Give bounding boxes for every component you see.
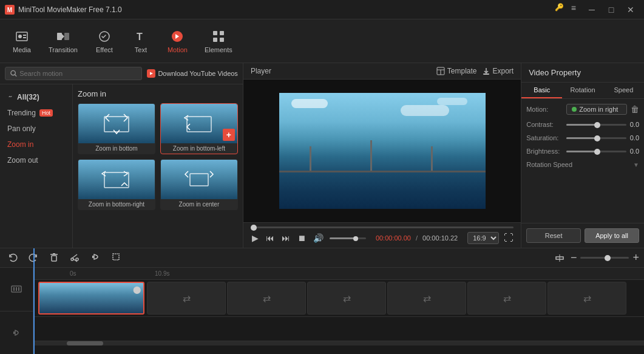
media-label: Media: [13, 46, 31, 53]
svg-text:T: T: [137, 32, 143, 42]
time-marker-10: 10.9s: [155, 270, 169, 277]
content-area: Zoom in: [73, 84, 243, 248]
saturation-track[interactable]: [566, 137, 626, 139]
crop-button[interactable]: [108, 249, 124, 267]
volume-slider[interactable]: [330, 237, 366, 239]
zoom-in-button[interactable]: +: [632, 251, 639, 264]
toolbar-effect[interactable]: Effect: [87, 26, 121, 57]
svg-rect-34: [113, 254, 119, 260]
contrast-thumb[interactable]: [594, 122, 600, 128]
toolbar-media[interactable]: Media: [5, 26, 39, 57]
title-bar: M MiniTool MovieMaker Free 7.1.0 🔑 ≡ ─ □…: [0, 0, 644, 19]
toolbar-elements[interactable]: Elements: [197, 26, 240, 57]
playhead: [33, 268, 35, 354]
contrast-slider[interactable]: [566, 124, 626, 126]
toolbar-text[interactable]: T Text: [124, 26, 158, 57]
next-frame-button[interactable]: ⏭: [280, 232, 291, 244]
brightness-slider[interactable]: [566, 151, 626, 152]
delete-motion-button[interactable]: 🗑: [631, 104, 639, 114]
placeholder-clip-1[interactable]: ⇄: [147, 282, 226, 315]
placeholder-clip-6[interactable]: ⇄: [547, 282, 626, 315]
brightness-value: 0.0: [630, 148, 639, 155]
toolbar-transition[interactable]: Transition: [41, 26, 85, 57]
search-input[interactable]: [19, 70, 137, 77]
card-thumb: [161, 160, 237, 199]
tab-basic[interactable]: Basic: [521, 83, 562, 98]
minimize-button[interactable]: ─: [583, 3, 600, 16]
tab-speed[interactable]: Speed: [603, 83, 644, 98]
svg-point-30: [76, 258, 78, 260]
zoom-thumb[interactable]: [605, 255, 611, 261]
search-box[interactable]: [5, 67, 142, 80]
video-track: ⬤ ⇄ ⇄ ⇄ ⇄ ⇄ ⇄: [33, 280, 644, 316]
add-motion-button[interactable]: +: [223, 129, 235, 141]
saturation-thumb[interactable]: [594, 135, 600, 141]
card-label: Zoom in bottom-right: [78, 199, 155, 209]
transition-label: Transition: [49, 46, 78, 53]
toolbar-motion[interactable]: Motion: [160, 26, 195, 57]
center-panel: Player Template Export: [243, 63, 521, 248]
motion-card-zoom-in-center[interactable]: Zoom in center: [160, 159, 238, 210]
sidebar-item-pan[interactable]: Pan only: [0, 121, 72, 137]
clip-motion-icon: ⬤: [133, 285, 141, 294]
contrast-track[interactable]: [566, 124, 626, 126]
brightness-thumb[interactable]: [594, 149, 600, 155]
motion-card-zoom-in-bottom-left[interactable]: + Zoom in bottom-left: [160, 103, 238, 154]
sidebar-item-zoom-out[interactable]: Zoom out: [0, 152, 72, 168]
volume-thumb[interactable]: [353, 236, 358, 241]
audio-track: [33, 316, 644, 341]
maximize-button[interactable]: □: [603, 3, 620, 16]
apply-to-all-button[interactable]: Apply to all: [585, 228, 639, 243]
placeholder-clip-4[interactable]: ⇄: [387, 282, 466, 315]
volume-button[interactable]: 🔊: [312, 232, 325, 244]
stop-button[interactable]: ⏹: [296, 232, 307, 244]
svg-line-16: [15, 75, 16, 77]
text-label: Text: [135, 46, 147, 53]
progress-bar[interactable]: [251, 226, 514, 228]
property-content: Motion: Zoom in right 🗑 Contrast: 0.0: [521, 99, 644, 223]
template-button[interactable]: Template: [436, 67, 477, 75]
video-clip[interactable]: ⬤: [38, 282, 144, 315]
brightness-track[interactable]: [566, 151, 626, 152]
zoom-track[interactable]: [580, 257, 629, 259]
timeline-toolbar: − +: [0, 248, 644, 268]
close-button[interactable]: ✕: [622, 3, 639, 16]
undo-button[interactable]: [5, 249, 21, 267]
motion-chip: Zoom in right: [566, 104, 627, 115]
cut-button[interactable]: [67, 249, 83, 267]
svg-rect-18: [104, 117, 129, 132]
tab-rotation[interactable]: Rotation: [562, 83, 603, 98]
placeholder-clip-3[interactable]: ⇄: [307, 282, 386, 315]
motion-card-zoom-in-bottom[interactable]: Zoom in bottom: [78, 103, 155, 154]
placeholder-clip-5[interactable]: ⇄: [467, 282, 546, 315]
saturation-row: Saturation: 0.0: [526, 134, 639, 141]
zoom-out-button[interactable]: −: [571, 251, 577, 264]
progress-thumb[interactable]: [251, 225, 257, 231]
prev-frame-button[interactable]: ⏮: [265, 232, 276, 244]
scrollbar-thumb[interactable]: [67, 341, 103, 345]
youtube-download-btn[interactable]: Download YouTube Videos: [147, 69, 238, 78]
placeholder-clip-2[interactable]: ⇄: [227, 282, 306, 315]
window-controls: 🔑 ≡ ─ □ ✕: [555, 3, 639, 16]
audio-button[interactable]: [87, 249, 103, 267]
player-controls: ▶ ⏮ ⏭ ⏹ 🔊 00:00:00.00 / 00:00:10.22 16:9…: [243, 222, 521, 248]
timeline-scrollbar[interactable]: [33, 341, 644, 345]
elements-label: Elements: [205, 46, 232, 53]
aspect-ratio-select[interactable]: 16:9 9:16 4:3 1:1: [467, 232, 499, 244]
sidebar-item-all[interactable]: All(32): [0, 89, 72, 105]
svg-rect-14: [220, 38, 224, 42]
delete-button[interactable]: [46, 249, 62, 267]
rotation-speed-controls: ▼: [633, 162, 639, 168]
motion-card-zoom-in-bottom-right[interactable]: Zoom in bottom-right: [78, 159, 155, 210]
player-header-buttons: Template Export: [436, 67, 514, 75]
export-button[interactable]: Export: [482, 67, 514, 75]
timeline-tracks-container: 0s 10.9s ⬤ ⇄ ⇄ ⇄ ⇄ ⇄: [33, 268, 644, 354]
svg-rect-6: [57, 33, 62, 40]
play-button[interactable]: ▶: [251, 232, 260, 244]
saturation-slider[interactable]: [566, 137, 626, 139]
sidebar-item-zoom-in[interactable]: Zoom in: [0, 137, 72, 152]
reset-button[interactable]: Reset: [526, 228, 581, 243]
zoom-controls: − +: [571, 251, 639, 264]
sidebar-item-trending[interactable]: Trending Hot: [0, 105, 72, 121]
fullscreen-button[interactable]: ⛶: [504, 233, 514, 243]
